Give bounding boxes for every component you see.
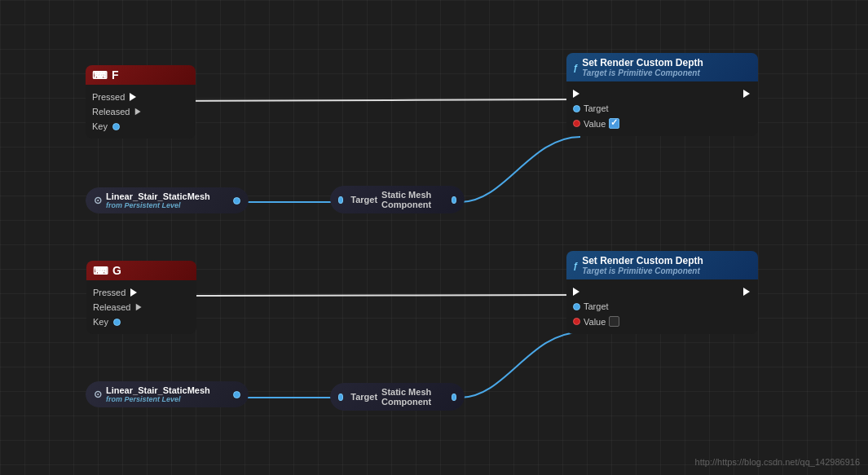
key-f-pressed-pin[interactable] — [130, 93, 138, 101]
key-g-pressed-label: Pressed — [93, 288, 126, 297]
key-g-key-row: Key — [86, 314, 196, 329]
set-render-2-exec-in[interactable] — [573, 288, 581, 296]
set-render-1-content: Set Render Custom Depth Target is Primit… — [582, 57, 703, 77]
linear-mesh-2-header: ⊙ Linear_Stair_StaticMesh from Persisten… — [86, 381, 249, 407]
set-render-1-value-pin[interactable] — [573, 120, 580, 127]
key-f-icon: ⌨ — [92, 69, 108, 81]
set-render-2-value-row: Value — [566, 314, 758, 329]
get-comp-1-in-pin[interactable] — [338, 196, 343, 204]
set-render-1-func-icon: ƒ — [573, 63, 578, 73]
set-render-1-target-row: Target — [566, 101, 758, 116]
set-render-1-header: ƒ Set Render Custom Depth Target is Prim… — [566, 53, 758, 81]
key-g-key-pin[interactable] — [113, 319, 121, 326]
get-comp-2-out-pin[interactable] — [452, 394, 456, 401]
key-f-released-row: Released — [86, 104, 196, 119]
linear-mesh-1-icon: ⊙ — [94, 195, 102, 206]
key-f-key-row: Key — [86, 119, 196, 134]
key-g-released-pin[interactable] — [136, 304, 143, 311]
linear-mesh-1-content: Linear_Stair_StaticMesh from Persistent … — [106, 191, 210, 209]
key-f-released-label: Released — [92, 107, 130, 117]
set-render-2-subtitle: Target is Primitive Component — [582, 266, 703, 275]
get-comp-1-out-label: Static Mesh Component — [381, 190, 444, 209]
set-render-1-exec-out[interactable] — [743, 90, 751, 98]
linear-mesh-2-subtitle: from Persistent Level — [106, 395, 210, 403]
linear-mesh-2-out-pin[interactable] — [233, 391, 240, 398]
key-f-body: Pressed Released Key — [86, 85, 196, 139]
key-g-title: G — [112, 264, 121, 277]
set-render-1-exec-in[interactable] — [573, 90, 581, 98]
linear-mesh-1-subtitle: from Persistent Level — [106, 201, 210, 209]
key-g-key-label: Key — [93, 317, 108, 327]
key-f-pressed-row: Pressed — [86, 90, 196, 104]
get-comp-2-target-label: Target — [350, 392, 377, 402]
key-f-key-pin[interactable] — [112, 123, 120, 130]
set-render-2-target-pin[interactable] — [573, 303, 580, 310]
get-comp-1-target-label: Target — [350, 195, 377, 205]
key-f-key-label: Key — [92, 121, 108, 131]
set-render-2-title: Set Render Custom Depth — [582, 255, 703, 266]
linear-mesh-1-title: Linear_Stair_StaticMesh — [106, 191, 210, 201]
key-g-pressed-pin[interactable] — [130, 288, 139, 297]
set-render-1-value-label: Value — [584, 119, 606, 129]
get-comp-2-in-pin[interactable] — [338, 394, 343, 401]
key-f-title: F — [112, 68, 119, 81]
linear-mesh-1-node: ⊙ Linear_Stair_StaticMesh from Persisten… — [86, 187, 249, 213]
key-f-node: ⌨ F Pressed Released Key — [86, 65, 196, 139]
set-render-2-content: Set Render Custom Depth Target is Primit… — [582, 255, 703, 275]
linear-mesh-2-content: Linear_Stair_StaticMesh from Persistent … — [106, 385, 210, 403]
linear-mesh-2-icon: ⊙ — [94, 389, 102, 400]
key-g-node: ⌨ G Pressed Released Key — [86, 261, 196, 334]
key-f-released-pin[interactable] — [135, 108, 143, 116]
get-comp-2-header: Target Static Mesh Component — [330, 383, 465, 411]
set-render-2-target-label: Target — [584, 301, 609, 311]
set-render-1-target-label: Target — [584, 103, 609, 113]
key-g-released-label: Released — [93, 302, 130, 312]
key-f-header: ⌨ F — [86, 65, 196, 85]
set-render-1-target-pin[interactable] — [573, 105, 580, 112]
key-g-pressed-row: Pressed — [86, 285, 196, 300]
key-g-body: Pressed Released Key — [86, 280, 196, 334]
linear-mesh-1-out-pin[interactable] — [233, 197, 240, 205]
set-render-2-exec-row — [566, 284, 758, 299]
key-g-header: ⌨ G — [86, 261, 196, 280]
key-g-released-row: Released — [86, 300, 196, 314]
set-render-2-func-icon: ƒ — [573, 261, 578, 270]
set-render-2-node: ƒ Set Render Custom Depth Target is Prim… — [566, 251, 758, 334]
set-render-1-exec-row — [566, 86, 758, 101]
set-render-2-header: ƒ Set Render Custom Depth Target is Prim… — [566, 251, 758, 279]
set-render-2-target-row: Target — [566, 299, 758, 314]
key-f-pressed-label: Pressed — [92, 92, 125, 102]
linear-mesh-2-node: ⊙ Linear_Stair_StaticMesh from Persisten… — [86, 381, 249, 407]
set-render-2-value-checkbox[interactable] — [609, 316, 619, 327]
set-render-1-body: Target Value — [566, 81, 758, 136]
set-render-1-value-checkbox[interactable] — [609, 118, 619, 129]
set-render-2-body: Target Value — [566, 279, 758, 334]
get-comp-1-out-pin[interactable] — [452, 196, 456, 204]
set-render-1-value-row: Value — [566, 116, 758, 131]
linear-mesh-1-header: ⊙ Linear_Stair_StaticMesh from Persisten… — [86, 187, 249, 213]
set-render-1-node: ƒ Set Render Custom Depth Target is Prim… — [566, 53, 758, 136]
linear-mesh-2-title: Linear_Stair_StaticMesh — [106, 385, 210, 395]
set-render-2-exec-out[interactable] — [743, 288, 751, 296]
get-comp-1-node: Target Static Mesh Component — [330, 186, 465, 213]
set-render-1-subtitle: Target is Primitive Component — [582, 68, 703, 77]
set-render-2-value-label: Value — [584, 317, 606, 327]
get-comp-1-header: Target Static Mesh Component — [330, 186, 465, 213]
key-g-icon: ⌨ — [93, 265, 108, 277]
get-comp-2-node: Target Static Mesh Component — [330, 383, 465, 411]
set-render-1-title: Set Render Custom Depth — [582, 57, 703, 68]
set-render-2-value-pin[interactable] — [573, 318, 580, 325]
get-comp-2-out-label: Static Mesh Component — [381, 387, 444, 407]
